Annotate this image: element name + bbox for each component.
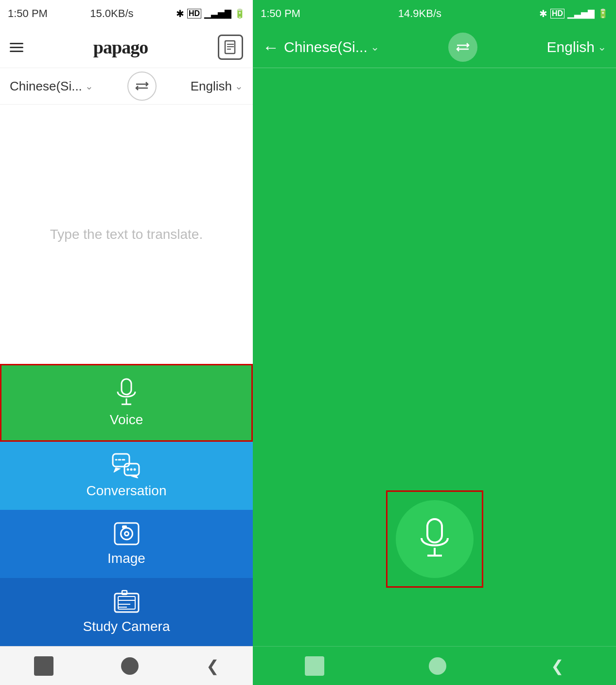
- svg-point-13: [130, 469, 133, 471]
- hd-icon: HD: [187, 9, 201, 18]
- svg-point-12: [127, 469, 129, 471]
- swap-language-button[interactable]: [127, 72, 157, 101]
- target-lang-chevron: ⌄: [235, 80, 243, 92]
- target-language-right[interactable]: English ⌄: [547, 39, 606, 55]
- svg-rect-25: [427, 519, 442, 542]
- target-lang-chevron-right: ⌄: [598, 41, 606, 54]
- nav-square-left[interactable]: [34, 656, 53, 676]
- voice-recording-area: [253, 68, 616, 646]
- swap-button-right[interactable]: [448, 33, 477, 62]
- status-time-right: 1:50 PM: [261, 7, 300, 20]
- nav-circle-left[interactable]: [121, 657, 139, 675]
- bottom-buttons: Voice Conversation: [0, 364, 253, 646]
- study-camera-icon: [113, 590, 140, 614]
- svg-rect-24: [122, 591, 127, 595]
- status-icons-right: ✱ HD ▁▃▅▇ 🔋: [539, 8, 608, 19]
- source-lang-chevron-right: ⌄: [370, 41, 379, 54]
- back-arrow-icon: ←: [263, 38, 279, 57]
- placeholder-text: Type the text to translate.: [50, 227, 203, 242]
- nav-bar-left: ❮: [0, 646, 253, 685]
- image-icon: [113, 522, 140, 546]
- conversation-label: Conversation: [87, 483, 167, 499]
- nav-bar-right: ❮: [253, 646, 616, 685]
- mic-button-container-right: [386, 490, 483, 588]
- svg-point-17: [124, 532, 128, 536]
- mic-button-right[interactable]: [396, 500, 474, 578]
- nav-circle-right[interactable]: [429, 657, 446, 675]
- edu-button[interactable]: [218, 35, 243, 60]
- right-panel: 1:50 PM 14.9KB/s ✱ HD ▁▃▅▇ 🔋 ← Chinese(S…: [253, 0, 616, 685]
- status-icons-left: ✱ HD ▁▃▅▇ 🔋: [176, 8, 245, 19]
- signal-icon-right: ▁▃▅▇: [567, 8, 595, 19]
- svg-point-16: [121, 528, 132, 540]
- status-bar-right: 1:50 PM 14.9KB/s ✱ HD ▁▃▅▇ 🔋: [253, 0, 616, 27]
- target-language-selector[interactable]: English ⌄: [191, 79, 243, 94]
- signal-icon: ▁▃▅▇: [204, 8, 231, 19]
- microphone-icon: [115, 378, 138, 407]
- back-button[interactable]: ← Chinese(Si... ⌄: [263, 38, 379, 57]
- study-camera-label: Study Camera: [83, 619, 170, 634]
- source-language-right[interactable]: Chinese(Si... ⌄: [284, 39, 379, 55]
- left-panel: 1:50 PM 15.0KB/s ✱ HD ▁▃▅▇ 🔋 papago Chin…: [0, 0, 253, 685]
- bluetooth-icon: ✱: [176, 8, 184, 19]
- header-right: ← Chinese(Si... ⌄ English ⌄: [253, 27, 616, 68]
- svg-point-14: [134, 469, 136, 471]
- app-logo: papago: [93, 36, 148, 58]
- status-data-right: 14.9KB/s: [398, 7, 441, 20]
- source-lang-label-right: Chinese(Si...: [284, 39, 368, 55]
- language-bar: Chinese(Si... ⌄ English ⌄: [0, 68, 253, 105]
- source-lang-chevron: ⌄: [85, 80, 93, 92]
- svg-rect-4: [122, 379, 131, 395]
- conversation-icon: [112, 453, 141, 478]
- nav-back-left[interactable]: ❮: [206, 657, 219, 675]
- header-left: papago: [0, 27, 253, 68]
- target-language-label: English: [191, 79, 232, 94]
- status-bar-left: 1:50 PM 15.0KB/s ✱ HD ▁▃▅▇ 🔋: [0, 0, 253, 27]
- target-lang-label-right: English: [547, 39, 595, 55]
- translation-input-area[interactable]: Type the text to translate.: [0, 105, 253, 364]
- image-button[interactable]: Image: [0, 510, 253, 578]
- status-data-left: 15.0KB/s: [90, 7, 133, 20]
- image-label: Image: [107, 551, 145, 566]
- conversation-button[interactable]: Conversation: [0, 442, 253, 510]
- voice-button[interactable]: Voice: [0, 364, 253, 442]
- source-language-label: Chinese(Si...: [10, 79, 82, 94]
- battery-icon: 🔋: [234, 8, 245, 19]
- source-language-selector[interactable]: Chinese(Si... ⌄: [10, 79, 93, 94]
- study-camera-button[interactable]: Study Camera: [0, 578, 253, 646]
- status-time-left: 1:50 PM: [8, 7, 48, 20]
- svg-rect-18: [122, 525, 127, 528]
- nav-back-right[interactable]: ❮: [551, 657, 564, 675]
- bluetooth-icon-right: ✱: [539, 8, 547, 19]
- battery-icon-right: 🔋: [598, 8, 608, 19]
- menu-button[interactable]: [10, 43, 23, 52]
- voice-label: Voice: [110, 412, 143, 428]
- hd-icon-right: HD: [550, 9, 564, 18]
- nav-square-right[interactable]: [305, 656, 324, 676]
